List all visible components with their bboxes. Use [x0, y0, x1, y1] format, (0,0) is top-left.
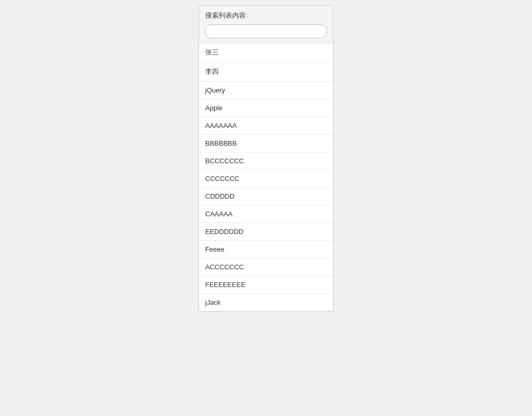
list-item[interactable]: EEDDDDDD [199, 223, 333, 241]
search-header: 搜索列表内容: [199, 6, 333, 43]
list-item[interactable]: 李四 [199, 62, 333, 82]
list-item[interactable]: Apple [199, 99, 333, 117]
list-item[interactable]: Feeee [199, 241, 333, 258]
search-input[interactable] [205, 24, 327, 38]
list-item[interactable]: ACCCCCCC [199, 258, 333, 276]
list-item[interactable]: CCCCCCC [199, 170, 333, 188]
list-item[interactable]: jJack [199, 294, 333, 311]
main-container: 搜索列表内容: 张三李四jQueryAppleAAAAAAABBBBBBBBCC… [198, 5, 334, 311]
list-container: 张三李四jQueryAppleAAAAAAABBBBBBBBCCCCCCCCCC… [199, 43, 333, 311]
list-item[interactable]: FEEEEEEEE [199, 276, 333, 294]
list-item[interactable]: jQuery [199, 82, 333, 99]
search-label: 搜索列表内容: [205, 11, 327, 20]
list-item[interactable]: BBBBBBB [199, 135, 333, 152]
list-item[interactable]: BCCCCCCC [199, 152, 333, 170]
list-item[interactable]: AAAAAAA [199, 117, 333, 135]
list-item[interactable]: CDDDDD [199, 188, 333, 205]
list-item[interactable]: 张三 [199, 43, 333, 62]
list-item[interactable]: CAAAAA [199, 205, 333, 223]
